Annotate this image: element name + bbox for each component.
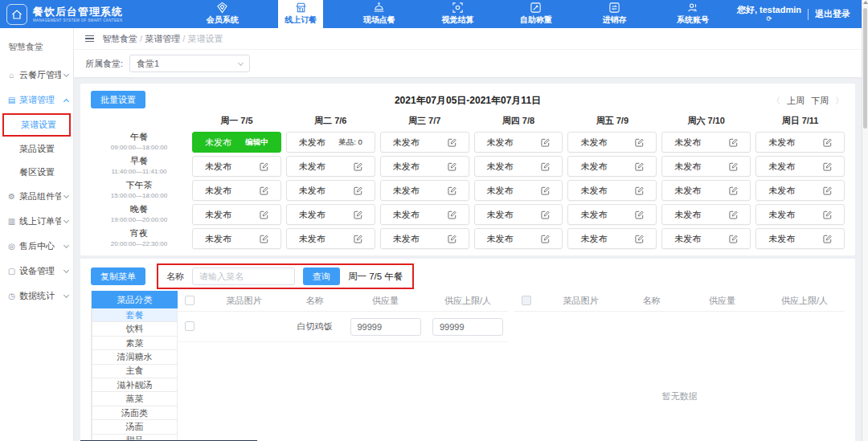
edit-icon[interactable] (823, 186, 832, 195)
menu-slot-cell[interactable]: 未发布 (755, 132, 845, 153)
edit-icon[interactable] (541, 138, 550, 147)
menu-slot-cell[interactable]: 未发布 (755, 156, 845, 177)
sidebar-item-menu-manage[interactable]: ▤ 菜谱管理 (0, 88, 73, 112)
nav-item-vision-checkout[interactable]: 视觉结算 (435, 0, 480, 28)
edit-icon[interactable] (823, 235, 832, 243)
collapse-sidebar-icon[interactable] (85, 35, 94, 42)
sidebar-subitem-dish-settings[interactable]: 菜品设置 (0, 137, 73, 161)
sidebar-item-cloud-restaurant[interactable]: ⌂ 云餐厅管理 (0, 63, 73, 88)
edit-icon[interactable] (823, 138, 832, 147)
menu-slot-cell[interactable]: 未发布 (286, 156, 375, 177)
row-checkbox[interactable] (185, 321, 194, 331)
breadcrumb-item[interactable]: 菜谱管理 (145, 34, 180, 43)
menu-slot-cell[interactable]: 未发布 (567, 228, 657, 249)
sidebar-subitem-menu-settings[interactable]: 菜谱设置 (4, 115, 69, 135)
next-week-link[interactable]: 下周 (811, 95, 829, 107)
edit-icon[interactable] (729, 138, 738, 147)
logout-link[interactable]: 退出登录 (815, 8, 850, 20)
menu-slot-cell[interactable]: 未发布 (474, 204, 563, 225)
menu-slot-cell[interactable]: 未发布 (474, 156, 563, 177)
edit-icon[interactable] (541, 186, 550, 195)
edit-icon[interactable] (448, 210, 457, 219)
scrollbar-up-arrow[interactable] (863, 1, 868, 4)
edit-icon[interactable] (354, 186, 362, 195)
menu-slot-cell[interactable]: 未发布 (380, 132, 469, 153)
edit-icon[interactable] (260, 210, 268, 219)
menu-slot-cell[interactable]: 未发布 (380, 156, 469, 177)
edit-icon[interactable] (635, 235, 644, 243)
sidebar-item-aftersale[interactable]: ◎ 售后中心 (0, 234, 73, 259)
edit-icon[interactable] (354, 210, 362, 219)
edit-icon[interactable] (448, 186, 457, 195)
sidebar-subitem-dining-area-settings[interactable]: 餐区设置 (0, 161, 73, 184)
select-all-checkbox[interactable] (522, 296, 531, 305)
menu-slot-cell[interactable]: 未发布 (474, 132, 563, 153)
menu-slot-cell[interactable]: 未发布菜品: 0 (286, 132, 375, 153)
search-button[interactable]: 查询 (303, 267, 340, 285)
menu-slot-cell[interactable]: 未发布 (380, 180, 469, 201)
edit-icon[interactable] (541, 210, 550, 219)
user-greeting[interactable]: 您好, testadmin ⟳ (737, 5, 801, 24)
breadcrumb-item[interactable]: 智慧食堂 (102, 34, 137, 43)
nav-item-membership[interactable]: 会员系统 (200, 0, 245, 28)
menu-slot-cell[interactable]: 未发布 (661, 132, 751, 153)
nav-item-online-order[interactable]: 线上订餐 (278, 0, 323, 28)
category-item[interactable]: 滋补靓汤 (92, 378, 178, 392)
edit-icon[interactable] (541, 235, 550, 243)
prev-week-link[interactable]: 上周 (787, 95, 805, 107)
edit-icon[interactable] (729, 210, 738, 219)
category-item[interactable]: 蒸菜 (92, 392, 178, 406)
edit-icon[interactable] (729, 186, 738, 195)
menu-slot-cell[interactable]: 未发布 (286, 180, 375, 201)
edit-icon[interactable] (635, 138, 644, 147)
copy-menu-button[interactable]: 复制菜单 (91, 267, 145, 285)
canteen-select[interactable]: 食堂1 (129, 55, 250, 72)
menu-slot-cell[interactable]: 未发布 (192, 180, 281, 201)
category-item[interactable]: 套餐 (92, 308, 178, 322)
category-item[interactable]: 汤面类 (92, 406, 178, 420)
edit-icon[interactable] (354, 235, 362, 243)
category-item[interactable]: 主食 (92, 365, 178, 378)
menu-slot-cell[interactable]: 未发布 (192, 156, 281, 177)
menu-slot-cell[interactable]: 未发布 (755, 228, 845, 249)
menu-slot-cell[interactable]: 未发布 (286, 204, 375, 225)
edit-icon[interactable] (635, 210, 644, 219)
page-scrollbar[interactable] (862, 0, 868, 441)
sidebar-item-dish-component[interactable]: ⚙ 菜品组件管理 (0, 184, 73, 209)
menu-slot-cell[interactable]: 未发布 (192, 204, 281, 225)
nav-item-self-weigh[interactable]: 自助称重 (514, 0, 559, 28)
supply-limit-input[interactable] (432, 318, 503, 336)
sidebar-item-online-order-manage[interactable]: ▥ 线上订单管理 (0, 209, 73, 234)
menu-slot-cell[interactable]: 未发布 (192, 228, 281, 249)
edit-icon[interactable] (729, 162, 738, 171)
dish-name-input[interactable] (192, 267, 295, 285)
menu-slot-cell[interactable]: 未发布 (661, 156, 751, 177)
menu-slot-cell[interactable]: 未发布 (661, 228, 751, 249)
switch-account-icon[interactable]: ⟳ (767, 14, 772, 24)
menu-slot-cell[interactable]: 未发布 (567, 180, 657, 201)
edit-icon[interactable] (448, 235, 457, 243)
edit-icon[interactable] (260, 186, 268, 195)
edit-icon[interactable] (260, 235, 268, 243)
edit-icon[interactable] (823, 162, 832, 171)
scrollbar-thumb[interactable] (863, 8, 867, 129)
edit-icon[interactable] (635, 162, 644, 171)
next-arrow-icon[interactable]: 〉 (835, 95, 844, 107)
edit-icon[interactable] (354, 162, 362, 171)
nav-item-inventory[interactable]: 进销存 (592, 0, 637, 28)
edit-icon[interactable] (541, 162, 550, 171)
edit-icon[interactable] (260, 162, 268, 171)
menu-slot-cell[interactable]: 未发布 (286, 228, 375, 249)
prev-arrow-icon[interactable]: 〈 (772, 95, 780, 107)
menu-slot-cell[interactable]: 未发布 (567, 204, 657, 225)
edit-icon[interactable] (448, 162, 457, 171)
sidebar-item-device-manage[interactable]: ▢ 设备管理 (0, 259, 73, 284)
batch-settings-button[interactable]: 批量设置 (91, 91, 145, 108)
category-item[interactable]: 饮料 (92, 322, 178, 336)
edit-icon[interactable] (729, 235, 738, 243)
category-item[interactable]: 清润糖水 (92, 350, 178, 364)
edit-icon[interactable] (823, 210, 832, 219)
menu-slot-cell[interactable]: 未发布 (474, 228, 563, 249)
menu-slot-cell[interactable]: 未发布 (380, 228, 469, 249)
menu-slot-cell[interactable]: 未发布 (380, 204, 469, 225)
